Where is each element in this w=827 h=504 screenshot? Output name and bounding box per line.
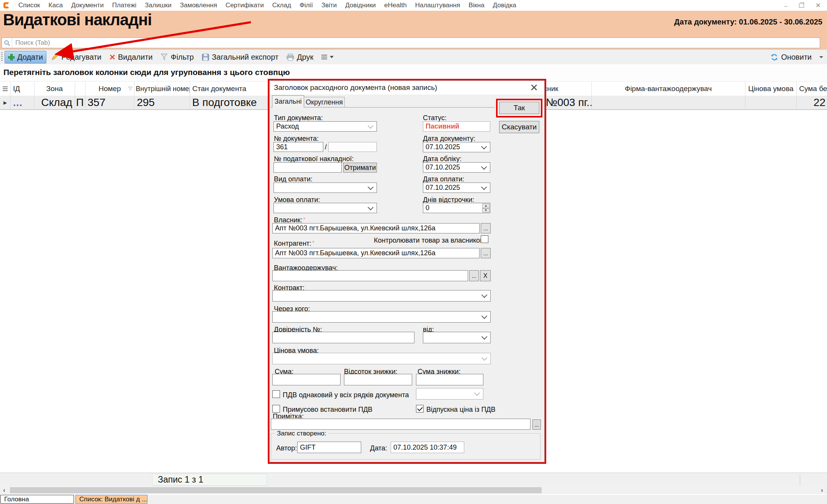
payment-condition-combobox[interactable] [273, 203, 377, 213]
contragent-field[interactable]: Апт №003 пгт.Барышевка, ул.Киевский шлях… [272, 248, 480, 258]
column-header-consignee-firm[interactable]: Фірма-вантажоодержувач [592, 82, 745, 96]
row-cell-sum[interactable]: 22 [797, 96, 827, 109]
column-header-number[interactable]: Номер▽ [85, 82, 135, 96]
column-header-id[interactable]: ІД [11, 82, 34, 96]
vat-included-checkbox[interactable] [416, 405, 424, 413]
menu-item-замовлення[interactable]: Замовлення [176, 2, 221, 9]
menu-item-документи[interactable]: Документи [67, 2, 108, 9]
scrollbar-thumb[interactable] [10, 487, 542, 493]
vat-force-checkbox[interactable] [272, 405, 280, 413]
consignee-browse-button[interactable]: ... [469, 270, 479, 281]
tab-home[interactable]: Головна [0, 495, 74, 504]
spin-down-icon[interactable]: ▼ [482, 208, 490, 213]
contragent-browse-button[interactable]: ... [481, 248, 491, 258]
column-header-sum[interactable]: Сума бе [797, 82, 827, 96]
vat-rate-combobox[interactable] [416, 388, 483, 400]
horizontal-scrollbar[interactable]: ‹ › [0, 486, 827, 494]
restore-icon[interactable] [799, 3, 804, 8]
delete-button[interactable]: × Видалити [106, 51, 156, 64]
owner-browse-button[interactable]: ... [481, 223, 491, 233]
scroll-left-icon[interactable]: ‹ [0, 486, 8, 494]
consignee-field[interactable] [272, 270, 468, 281]
menu-item-вікна[interactable]: Вікна [464, 2, 488, 9]
scroll-right-icon[interactable]: › [818, 486, 826, 494]
row-cell-id[interactable]: ... [11, 96, 34, 109]
sum-input[interactable] [272, 374, 341, 385]
document-header-dialog: Заголовок расходного документа (новая за… [269, 80, 545, 462]
tab-list-vydatkovi[interactable]: Список: Видаткові д ... [75, 495, 147, 504]
menu-item-довідка[interactable]: Довідка [489, 2, 521, 9]
menu-item-звіти[interactable]: Звіти [317, 2, 341, 9]
close-icon[interactable]: ✕ [816, 2, 821, 9]
row-expander[interactable]: ▸ [0, 96, 11, 109]
row-cell-zone[interactable]: Склад [34, 96, 75, 109]
tax-invoice-input[interactable] [273, 162, 342, 173]
vat-same-checkbox[interactable] [272, 390, 280, 398]
menu-item-ehealth[interactable]: eHealth [380, 2, 411, 9]
search-bar[interactable] [2, 38, 820, 48]
payment-date-picker[interactable]: 07.10.2025 [423, 183, 490, 193]
menu-item-сертифікати[interactable]: Сертифікати [221, 2, 268, 9]
get-button[interactable]: Отримати [343, 163, 377, 173]
menu-item-філії[interactable]: Філії [295, 2, 317, 9]
column-header-price-condition[interactable]: Цінова умова [745, 82, 797, 96]
discount-percent-input[interactable] [344, 374, 412, 385]
spinner-buttons: ▲▼ [482, 204, 490, 212]
tab-rounding[interactable]: Округлення [304, 97, 345, 108]
row-cell-p[interactable]: П [75, 96, 85, 109]
print-button[interactable]: Друк [283, 51, 317, 64]
menu-item-список[interactable]: Список [14, 2, 44, 9]
column-filter-icon[interactable]: ▽ [128, 85, 132, 91]
account-date-picker[interactable]: 07.10.2025 [423, 162, 490, 173]
row-cell-consignee-firm[interactable] [592, 96, 745, 109]
proxy-number-input[interactable] [272, 332, 414, 343]
minimize-icon[interactable]: – [784, 3, 787, 8]
note-browse-button[interactable]: ... [532, 419, 541, 430]
row-cell-price-condition[interactable] [745, 96, 797, 109]
tab-general[interactable]: Загальні [272, 95, 304, 108]
refresh-chevron-down-icon[interactable] [819, 56, 823, 58]
cancel-button[interactable]: Скасувати [499, 121, 539, 133]
doc-number2-input[interactable] [328, 142, 377, 152]
note-input[interactable] [271, 419, 531, 430]
menu-item-каса[interactable]: Каса [44, 2, 67, 9]
discount-sum-input[interactable] [416, 374, 483, 385]
owner-field[interactable]: Апт №003 пгт.Барышевка, ул.Киевский шлях… [272, 223, 480, 233]
print-button-label: Друк [297, 53, 313, 62]
menu-item-налаштування[interactable]: Налаштування [411, 2, 465, 9]
required-mark: * [312, 240, 314, 246]
payment-type-combobox[interactable] [273, 183, 377, 193]
filter-button[interactable]: Фільтр [157, 51, 197, 64]
spin-up-icon[interactable]: ▲ [482, 204, 490, 208]
menu-item-залишки[interactable]: Залишки [141, 2, 176, 9]
doc-type-combobox[interactable]: Расход [273, 121, 377, 132]
column-header-p[interactable] [75, 82, 85, 96]
row-cell-number[interactable]: 357 [85, 96, 135, 109]
contract-combobox[interactable] [272, 290, 491, 302]
control-by-owner-checkbox[interactable] [481, 235, 488, 243]
search-input[interactable] [12, 39, 820, 47]
menu-item-склад[interactable]: Склад [268, 2, 295, 9]
delay-days-spinner[interactable]: 0 ▲▼ [423, 203, 490, 213]
doc-date-picker[interactable]: 07.10.2025 [423, 142, 490, 152]
toolbar-grip[interactable] [1, 52, 3, 62]
search-icon[interactable] [2, 38, 12, 48]
refresh-button[interactable]: Оновити [767, 51, 815, 64]
menu-item-платежі[interactable]: Платежі [108, 2, 141, 9]
via-combobox[interactable] [272, 311, 491, 323]
menu-item-довідники[interactable]: Довідники [341, 2, 380, 9]
row-cell-internal-number[interactable]: 295 [134, 96, 190, 109]
proxy-from-picker[interactable] [423, 332, 491, 343]
price-condition-combobox[interactable] [272, 353, 491, 364]
column-header-internal-number[interactable]: Внутрішній номер [134, 82, 190, 96]
doc-number-input[interactable]: 361 [273, 142, 323, 152]
column-header-zone[interactable]: Зона [34, 82, 75, 96]
add-button[interactable]: Додати [5, 51, 46, 64]
dialog-close-icon[interactable]: ✕ [530, 82, 538, 94]
column-header-expander[interactable] [0, 82, 11, 96]
edit-button[interactable]: Редагувати [47, 51, 105, 64]
control-by-owner-label: Контролювати товар за власником [374, 237, 485, 245]
view-options-button[interactable] [318, 53, 337, 62]
export-button[interactable]: Загальний експорт [198, 51, 282, 64]
consignee-clear-button[interactable]: X [480, 270, 491, 281]
